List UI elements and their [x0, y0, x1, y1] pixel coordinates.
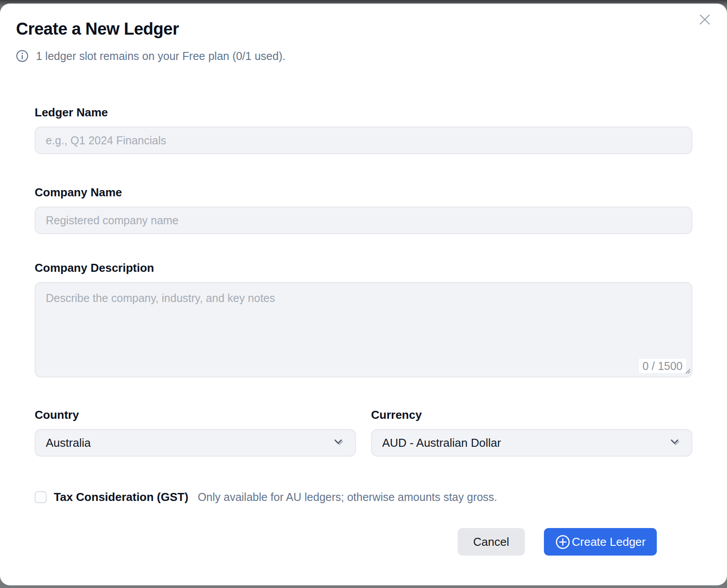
chevron-down-icon — [668, 437, 681, 449]
cancel-button[interactable]: Cancel — [458, 528, 525, 556]
company-description-label: Company Description — [35, 261, 692, 275]
country-value: Australia — [46, 436, 91, 450]
chevron-down-icon — [332, 437, 345, 449]
currency-label: Currency — [371, 408, 692, 422]
country-field: Country Australia — [35, 408, 356, 457]
create-ledger-modal: Create a New Ledger 1 ledger slot remain… — [0, 4, 727, 585]
company-description-wrap: 0 / 1500 — [35, 282, 692, 377]
company-description-field: Company Description 0 / 1500 — [35, 261, 692, 377]
country-currency-row: Country Australia Currency — [35, 408, 692, 457]
company-name-label: Company Name — [35, 185, 692, 199]
plan-notice-row: 1 ledger slot remains on your Free plan … — [16, 49, 711, 63]
company-name-field: Company Name — [35, 185, 692, 234]
resize-handle-icon[interactable] — [683, 366, 691, 376]
modal-title: Create a New Ledger — [16, 19, 711, 39]
currency-value: AUD - Australian Dollar — [382, 436, 501, 450]
create-ledger-label: Create Ledger — [572, 535, 646, 549]
ledger-name-field: Ledger Name — [35, 105, 692, 154]
tax-checkbox[interactable] — [35, 491, 47, 503]
modal-header: Create a New Ledger 1 ledger slot remain… — [0, 19, 727, 63]
ledger-name-input[interactable] — [35, 127, 692, 154]
char-counter: 0 / 1500 — [639, 359, 686, 373]
currency-select[interactable]: AUD - Australian Dollar — [371, 429, 692, 457]
currency-field: Currency AUD - Australian Dollar — [371, 408, 692, 457]
create-ledger-form: Ledger Name Company Name Company Descrip… — [0, 105, 727, 556]
create-ledger-button[interactable]: Create Ledger — [544, 528, 657, 556]
modal-footer: Cancel Create Ledger — [35, 528, 692, 556]
country-select[interactable]: Australia — [35, 429, 356, 457]
country-label: Country — [35, 408, 356, 422]
company-description-input[interactable] — [35, 282, 692, 377]
modal-backdrop: Create a New Ledger 1 ledger slot remain… — [0, 0, 727, 588]
tax-hint: Only available for AU ledgers; otherwise… — [198, 491, 497, 504]
plus-circle-icon — [555, 534, 571, 550]
ledger-name-label: Ledger Name — [35, 105, 692, 119]
company-name-input[interactable] — [35, 207, 692, 234]
plan-notice-text: 1 ledger slot remains on your Free plan … — [36, 49, 285, 63]
info-icon — [16, 50, 28, 62]
tax-label: Tax Consideration (GST) — [54, 490, 188, 504]
tax-consideration-row: Tax Consideration (GST) Only available f… — [35, 490, 692, 504]
